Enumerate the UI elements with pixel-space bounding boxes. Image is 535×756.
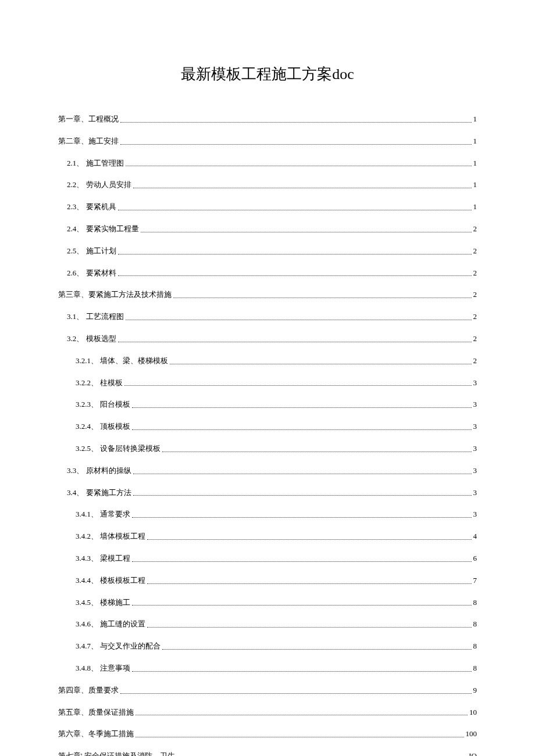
toc-entry-text: 第四章、质量要求 — [58, 685, 119, 697]
toc-entry-text: 2.6、 要紧材料 — [67, 267, 116, 280]
toc-leader-dots — [147, 539, 471, 540]
toc-entry-text: 第七章' 安全保证措施及消防、卫生 — [58, 750, 175, 756]
toc-entry-text: 3.2.1、 墙体、梁、楼梯模板 — [76, 355, 168, 367]
toc-entry-text: 第五章、质量保证措施 — [58, 707, 134, 719]
toc-entry-text: 3.4.8、 注意事项 — [76, 662, 130, 675]
toc-entry-text: 3.4.6、 施工缝的设置 — [76, 618, 145, 630]
toc-entry-page: 2 — [473, 245, 477, 257]
toc-entry-page: 1 — [473, 157, 477, 170]
toc-entry-text: 第二章、施工安排 — [58, 135, 119, 148]
toc-leader-dots — [162, 452, 471, 452]
toc-entry-page: 1 — [473, 135, 477, 148]
toc-entry-page: 8 — [473, 662, 477, 675]
toc-entry-text: 第六章、冬季施工措施 — [58, 728, 134, 740]
toc-entry-text: 2.1、 施工管理图 — [67, 157, 124, 170]
toc-entry: 3.4.1、 通常要求3 — [58, 508, 477, 521]
toc-leader-dots — [133, 474, 472, 474]
table-of-contents: 第一章、工程概况1第二章、施工安排12.1、 施工管理图12.2、 劳动人员安排… — [58, 113, 477, 756]
toc-entry: 2.2、 劳动人员安排1 — [58, 179, 477, 191]
toc-entry: 2.5、 施工计划2 — [58, 245, 477, 257]
toc-entry: 第一章、工程概况1 — [58, 113, 477, 126]
toc-leader-dots — [133, 188, 472, 188]
toc-entry-page: 2 — [473, 267, 477, 280]
toc-leader-dots — [162, 649, 471, 650]
toc-entry: 第七章' 安全保证措施及消防、卫生IO — [58, 750, 477, 756]
toc-leader-dots — [141, 232, 472, 232]
toc-entry-text: 2.2、 劳动人员安排 — [67, 179, 131, 191]
toc-entry-page: 4 — [473, 531, 477, 543]
toc-entry-text: 第三章、要紧施工方法及技术措施 — [58, 289, 172, 301]
toc-leader-dots — [133, 495, 472, 496]
toc-entry-text: 3.4.2、 墙体模板工程 — [76, 531, 145, 543]
toc-entry: 2.3、 要紧机具1 — [58, 201, 477, 213]
toc-entry: 第四章、质量要求9 — [58, 685, 477, 697]
document-title: 最新模板工程施工方案doc — [58, 64, 477, 84]
toc-entry-page: 3 — [473, 487, 477, 499]
toc-entry-page: 1 — [473, 113, 477, 126]
toc-entry: 3.4.7、 与交叉作业的配合8 — [58, 640, 477, 653]
toc-leader-dots — [132, 517, 471, 518]
toc-leader-dots — [147, 627, 471, 628]
toc-entry: 3.3、 原材料的操纵3 — [58, 465, 477, 477]
toc-leader-dots — [118, 210, 472, 210]
toc-entry-text: 3.4.7、 与交叉作业的配合 — [76, 640, 160, 653]
toc-entry-page: 2 — [473, 333, 477, 345]
toc-entry-page: 3 — [473, 508, 477, 521]
toc-leader-dots — [173, 298, 472, 298]
toc-leader-dots — [126, 166, 472, 166]
toc-entry: 3.2.2、 柱模板3 — [58, 377, 477, 389]
toc-entry-text: 3.2.5、 设备层转换梁模板 — [76, 443, 160, 455]
toc-entry-page: 3 — [473, 421, 477, 433]
toc-entry-page: IO — [469, 750, 477, 756]
toc-entry-page: 8 — [473, 618, 477, 630]
toc-entry: 第三章、要紧施工方法及技术措施2 — [58, 289, 477, 301]
toc-entry: 2.4、 要紧实物工程量2 — [58, 223, 477, 235]
toc-entry-text: 2.3、 要紧机具 — [67, 201, 116, 213]
toc-entry-page: 3 — [473, 465, 477, 477]
toc-leader-dots — [126, 320, 472, 320]
toc-leader-dots — [118, 254, 472, 255]
toc-entry: 3.2.1、 墙体、梁、楼梯模板2 — [58, 355, 477, 367]
toc-entry-text: 3.4.1、 通常要求 — [76, 508, 130, 521]
toc-entry-page: 3 — [473, 377, 477, 389]
toc-entry-text: 第一章、工程概况 — [58, 113, 119, 126]
toc-leader-dots — [135, 715, 468, 715]
toc-entry: 3.2.3、 阳台模板3 — [58, 399, 477, 411]
toc-entry-text: 3.1、 工艺流程图 — [67, 311, 124, 323]
toc-entry: 2.1、 施工管理图1 — [58, 157, 477, 170]
toc-entry-text: 2.5、 施工计划 — [67, 245, 116, 257]
toc-entry-page: 1 — [473, 179, 477, 191]
toc-entry-page: 10 — [469, 707, 477, 719]
toc-entry: 3.4.6、 施工缝的设置8 — [58, 618, 477, 630]
toc-leader-dots — [170, 364, 471, 364]
toc-entry: 3.2.4、 顶板模板3 — [58, 421, 477, 433]
toc-leader-dots — [124, 385, 471, 386]
toc-entry: 3.1、 工艺流程图2 — [58, 311, 477, 323]
toc-entry: 3.2、 模板选型2 — [58, 333, 477, 345]
toc-entry: 3.4.5、 楼梯施工8 — [58, 597, 477, 609]
toc-leader-dots — [132, 561, 471, 562]
toc-entry-text: 3.4、 要紧施工方法 — [67, 487, 131, 499]
toc-entry-page: 2 — [473, 223, 477, 235]
toc-leader-dots — [132, 429, 471, 430]
toc-leader-dots — [135, 737, 464, 737]
toc-leader-dots — [132, 407, 471, 408]
toc-leader-dots — [120, 122, 472, 123]
toc-entry-text: 3.4.3、 梁模工程 — [76, 553, 130, 565]
toc-entry-page: 1 — [473, 201, 477, 213]
toc-entry-page: 2 — [473, 311, 477, 323]
toc-entry-text: 3.2.4、 顶板模板 — [76, 421, 130, 433]
toc-entry: 3.4.2、 墙体模板工程4 — [58, 531, 477, 543]
toc-entry: 3.4.4、 楼板模板工程7 — [58, 575, 477, 587]
toc-entry: 3.4、 要紧施工方法3 — [58, 487, 477, 499]
toc-entry: 3.4.3、 梁模工程6 — [58, 553, 477, 565]
toc-entry-page: 9 — [473, 685, 477, 697]
toc-entry: 第六章、冬季施工措施100 — [58, 728, 477, 740]
toc-entry-text: 3.2、 模板选型 — [67, 333, 116, 345]
toc-entry-page: 6 — [473, 553, 477, 565]
toc-entry-page: 8 — [473, 640, 477, 653]
toc-leader-dots — [132, 671, 471, 672]
toc-entry-text: 3.2.2、 柱模板 — [76, 377, 123, 389]
toc-entry-page: 3 — [473, 399, 477, 411]
toc-entry-text: 3.4.4、 楼板模板工程 — [76, 575, 145, 587]
